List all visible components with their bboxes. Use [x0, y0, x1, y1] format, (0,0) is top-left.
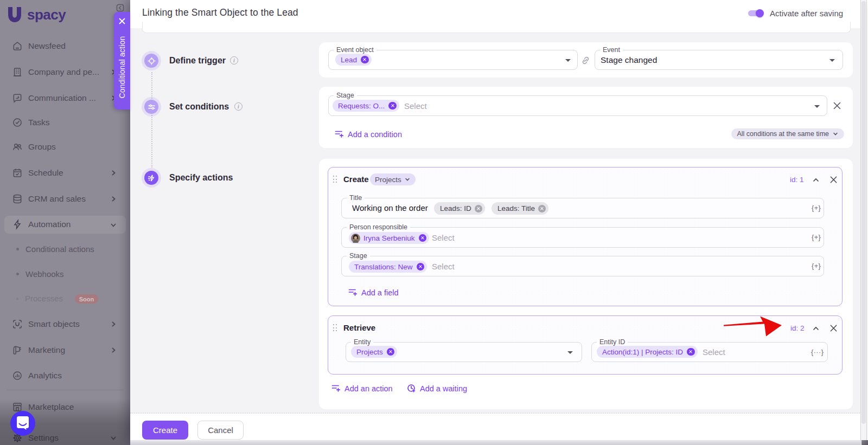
svg-text:spacy: spacy — [27, 7, 66, 23]
